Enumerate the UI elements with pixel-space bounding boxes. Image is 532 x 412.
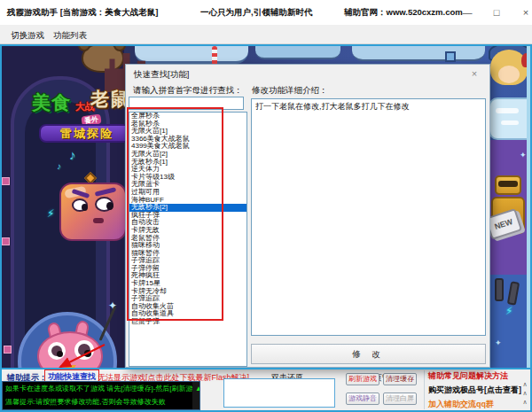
modify-button[interactable]: 修 改 — [251, 344, 486, 364]
mute-game-button[interactable]: 游戏静音 — [346, 393, 379, 405]
window-slogan: 一心只为用户,引领辅助新时代 — [200, 7, 312, 19]
panel-separator — [0, 368, 532, 369]
app-window: 残霞游戏助手 [当前游戏：美食大战老鼠] 一心只为用户,引领辅助新时代 辅助官网… — [0, 0, 532, 412]
menu-bar: 切换游戏 功能列表 — [0, 25, 532, 44]
pirate-face-icon — [498, 66, 520, 83]
window-light-icon — [445, 51, 456, 62]
pink-tile-icon — [4, 346, 12, 354]
buy-account-link[interactable]: 购买游戏极品号[点击查看] — [428, 385, 521, 396]
detail-label: 修改功能详细介绍： — [252, 85, 328, 97]
detail-textarea[interactable]: 打一下老鼠在修改,打大老鼠多打几下在修改 — [251, 98, 486, 336]
quick-find-dialog: 快速查找[功能] × 请输入拼音首字母进行查找： 修改功能详细介绍： 全屏秒杀老… — [125, 64, 490, 368]
game-logo: 美食 大战 老鼠 番外 雷城探险 — [27, 48, 133, 147]
console-scrollbar[interactable]: ▲▼ — [192, 382, 200, 409]
dialog-close-icon[interactable]: × — [463, 66, 486, 82]
console-line: 温馨提示:请按照要求修改功能,否则会导致修改失败 — [3, 395, 200, 408]
refresh-game-button[interactable]: 刷新游戏 — [346, 373, 379, 385]
function-list-item[interactable]: 巨蟹子弹 — [129, 318, 246, 326]
cube-eye-icon — [95, 197, 113, 212]
roof-shape — [135, 46, 248, 64]
bottom-panel: 辅助提示： 功能快速查找 无法显示游戏[点击此处下载最新Flash解决] 双击还… — [2, 369, 530, 410]
chevron-up-icons[interactable]: ∧ ∧ ∧ — [520, 380, 530, 407]
divider — [424, 370, 425, 409]
join-qq-group-link[interactable]: 加入辅助交流qq群 — [428, 399, 494, 410]
roof-shape — [255, 46, 340, 59]
pink-tile-icon — [2, 237, 10, 245]
console-log: 如果卡在进度条或读取不了游戏 请先[清理缓存]-然后[刷新游戏] 温馨提示:请按… — [2, 381, 200, 410]
search-input[interactable] — [129, 97, 244, 110]
clear-cache-button[interactable]: 清理缓存 — [383, 373, 417, 385]
search-label: 请输入拼音首字母进行查找： — [133, 85, 243, 97]
cube-eye-icon — [72, 198, 88, 212]
menu-switch-game[interactable]: 切换游戏 — [7, 28, 48, 43]
title-bar: 残霞游戏助手 [当前游戏：美食大战老鼠] 一心只为用户,引领辅助新时代 辅助官网… — [0, 0, 532, 25]
function-list[interactable]: 全屏秒杀老鼠秒杀无限火苗[1]3366美食大战老鼠4399美食大战老鼠无限火苗[… — [129, 112, 247, 367]
clear-whitescreen-button[interactable]: 清理白屏 — [383, 393, 417, 405]
pink-tile-icon — [2, 177, 10, 185]
console-line: 如果卡在进度条或读取不了游戏 请先[清理缓存]-然后[刷新游戏] — [3, 382, 200, 395]
ice-pond — [489, 97, 530, 140]
music-note-icon: ♪ — [69, 147, 76, 162]
faq-link[interactable]: 辅助常见问题解决方法 — [428, 370, 508, 382]
logo-text-mice: 老鼠 — [90, 87, 129, 112]
maximize-icon[interactable]: □ — [483, 0, 510, 25]
robot-visor-icon — [498, 181, 518, 187]
striped-pole-icon — [212, 46, 217, 66]
bird-glasses-icon — [48, 342, 66, 360]
menu-feature-list[interactable]: 功能列表 — [50, 28, 90, 43]
roof-shape — [352, 46, 485, 61]
close-icon[interactable]: × — [512, 0, 532, 25]
cube-mouth-icon — [93, 218, 104, 223]
restore-listbox[interactable] — [223, 378, 335, 408]
edge-strip — [527, 46, 530, 368]
logo-subtitle-ribbon: 雷城探险 — [39, 124, 135, 143]
bird-glasses-icon — [74, 340, 94, 360]
sparkle-icon: ✦ — [495, 338, 502, 347]
lightning-icon: ⚡ — [47, 207, 54, 220]
sparkle-icon: ✦ — [520, 151, 527, 159]
robot-leg-icon — [495, 278, 504, 301]
cube-character: ⚡ — [51, 161, 136, 250]
sparkle-icon: ✦ — [108, 299, 117, 312]
window-website: 辅助官网：www.520cxzm.com — [344, 7, 463, 19]
logo-text-food: 美食 — [32, 90, 71, 115]
dialog-title: 快速查找[功能] — [134, 69, 189, 81]
minimize-icon[interactable]: — — [454, 0, 481, 25]
window-title: 残霞游戏助手 [当前游戏：美食大战老鼠] — [7, 7, 158, 19]
lightning-icon: ⚡ — [505, 305, 512, 317]
